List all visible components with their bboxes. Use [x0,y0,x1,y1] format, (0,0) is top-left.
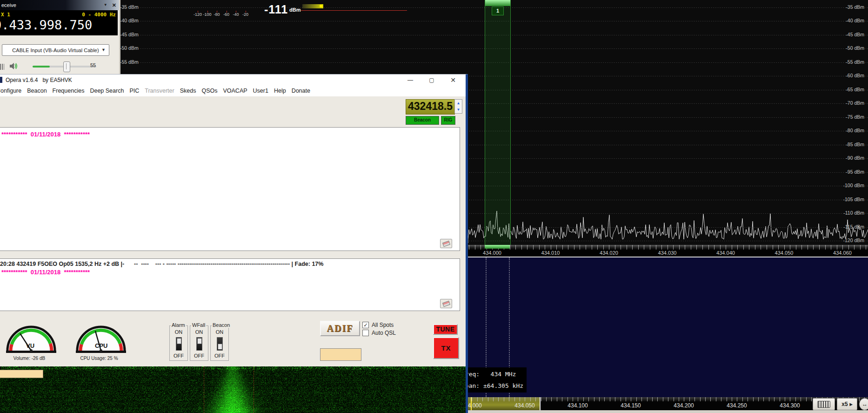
spinner-down-icon[interactable]: ▼ [455,106,462,113]
channel-band[interactable]: 1 [485,0,511,245]
menu-beacon[interactable]: Beacon [27,86,47,96]
volume-value: 55 [90,62,96,68]
db-axis-label-left: -45 dBm [120,32,139,37]
opera-titlebar[interactable]: Opera v1.6.4 by EA5HVK — ▢ ✕ [0,74,466,86]
freq-axis-label: 434.000 [483,250,501,256]
receive-controls: CABLE Input (VB-Audio Virtual Cable) ▼ 5… [0,35,118,74]
vfo-frequency[interactable]: 0.433.998.750 [0,18,92,32]
receive-titlebar[interactable]: eceive ▼ ✕ [0,0,119,10]
zoom-level-button[interactable]: x5 ▶ [837,398,857,410]
db-axis-label-right: -45 dBm [846,32,864,37]
close-icon[interactable]: ✕ [446,75,461,85]
rx-label: X 1 [1,12,10,18]
tune-button[interactable]: TUNE [433,324,458,335]
spots-panel-upper[interactable]: *********** 01/11/2018 *********** [0,127,460,251]
keyboard-button[interactable] [813,398,835,410]
beacon-toggle[interactable] [217,337,223,351]
toggle-knob [218,344,222,350]
vu-label: VU [26,342,34,349]
cpu-gauge: CPU [71,320,131,355]
channel-number-badge: 1 [492,7,504,15]
alarm-toggle[interactable] [176,337,182,351]
span-button[interactable]: ↔ [859,398,868,410]
db-axis-label-right: -50 dBm [846,45,864,51]
auto-qsl-checkbox[interactable] [362,330,369,336]
freq-axis-label: 434.010 [541,250,560,256]
beacon-mode-button[interactable]: Beacon [406,116,439,125]
chevron-down-icon: ▼ [101,47,106,52]
menu-pic[interactable]: PIC [129,86,139,96]
off-label: OFF [211,353,228,359]
tooltip-freq: freq: 434 MHz [461,371,516,378]
keyboard-icon [817,401,830,408]
db-axis-label-right: -40 dBm [846,18,864,23]
passband-marker-right [254,366,254,413]
minimize-icon[interactable]: — [403,75,418,85]
wfall-toggle[interactable] [196,337,202,351]
frequency-display-panel: X 1 0 - 4000 Hz 0.433.998.750 [0,10,118,35]
beacon-group-label: Beacon [212,322,231,328]
wfall-group-label: WFall [191,322,206,328]
menu-help[interactable]: Help [274,86,286,96]
auto-qsl-row: Auto QSL [362,330,396,336]
all-spots-checkbox[interactable]: ✓ [362,322,369,328]
menu-transverter: Transverter [145,86,174,96]
s-meter-scale-number: -60 [223,12,229,17]
volume-slider-handle[interactable] [63,61,70,72]
collapse-chevron-icon[interactable]: ▼ [104,0,107,10]
channel-cap [485,0,510,6]
db-axis-label-right: -55 dBm [846,59,864,65]
mixer-icon[interactable] [0,64,4,70]
wfall-toggle-group: WFall ON OFF [190,325,208,361]
waterfall-freq-label: 434.150 [621,402,641,409]
s-meter-value: -111 [264,3,288,16]
db-axis-label-left: -40 dBm [120,18,139,23]
menu-skeds[interactable]: Skeds [180,86,196,96]
menu-frequencies[interactable]: Frequencies [53,86,85,96]
rig-button[interactable]: RIG [441,116,455,125]
date-banner: *********** 01/11/2018 *********** [1,131,90,138]
db-axis-label-left: -50 dBm [120,45,139,51]
opera-window: Opera v1.6.4 by EA5HVK — ▢ ✕ Configure B… [0,74,468,413]
toggle-knob [197,338,202,344]
menu-qsos[interactable]: QSOs [201,86,217,96]
menu-donate[interactable]: Donate [292,86,310,96]
s-meter-scale-number: -120 [194,12,202,17]
off-label: OFF [190,353,208,359]
db-axis-label-right: -100 dBm [843,183,864,188]
clear-panel-button[interactable] [440,239,452,248]
audio-waterfall[interactable] [0,366,467,413]
waterfall-freq-label: 434.100 [568,402,588,409]
opera-app-icon [0,77,2,83]
menu-user1[interactable]: User1 [253,86,268,96]
all-spots-row: ✓ All Spots [362,322,394,328]
maximize-icon[interactable]: ▢ [424,75,439,85]
bandwidth-range-label: 0 - 4000 Hz [82,12,116,18]
off-label: OFF [170,353,187,359]
waterfall-freq-label: 434.300 [780,402,800,409]
callsign-input[interactable] [320,348,361,361]
dial-frequency-display: 432418.5 [406,99,455,115]
db-axis-label-right: -75 dBm [846,114,864,120]
volume-row: 55 [0,60,118,74]
audio-input-select[interactable]: CABLE Input (VB-Audio Virtual Cable) ▼ [2,44,109,56]
speaker-icon[interactable] [9,62,19,70]
db-axis-label-right: -80 dBm [846,128,864,133]
db-axis-label-right: -110 dBm [843,210,864,216]
db-axis-label-right: -60 dBm [846,73,864,78]
db-axis-label-right: -95 dBm [846,169,864,175]
toggle-knob [177,338,181,344]
spinner-up-icon[interactable]: ▲ [455,100,462,106]
adif-export-button[interactable]: ADIF [320,321,360,336]
menu-voacap[interactable]: VOACAP [223,86,247,96]
waterfall-freq-label: 434.200 [674,402,694,409]
tx-button[interactable]: TX [433,337,459,359]
spots-panel-lower[interactable]: 20:28 432419 F5OEO Op05 1535,2 Hz +2 dB … [0,258,460,311]
menu-configure[interactable]: Configure [0,86,21,96]
menu-deep-search[interactable]: Deep Search [90,86,124,96]
vu-gauge: VU [1,320,61,355]
audio-input-value: CABLE Input (VB-Audio Virtual Cable) [12,47,99,53]
s-meter-scale-number: -100 [203,12,211,17]
clear-panel-button[interactable] [440,299,452,308]
close-icon[interactable]: ✕ [112,0,116,10]
